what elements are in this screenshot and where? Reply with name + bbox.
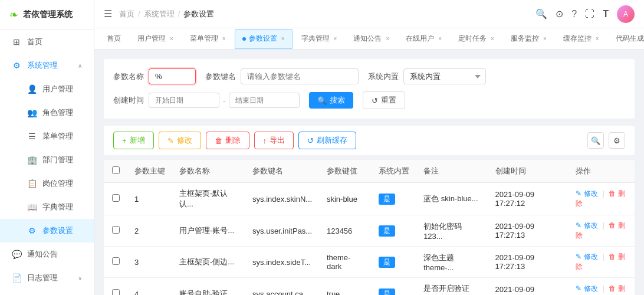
- fullscreen-icon[interactable]: ⛶: [585, 9, 594, 19]
- row-checkbox-cell: [104, 215, 127, 247]
- tab-menu[interactable]: 菜单管理 ×: [182, 29, 234, 49]
- user-avatar[interactable]: A: [617, 5, 635, 23]
- delete-button[interactable]: 🗑 删除: [206, 132, 249, 149]
- breadcrumb-home[interactable]: 首页: [119, 9, 134, 19]
- edit-action[interactable]: ✎ 修改: [576, 189, 597, 198]
- tab-close-icon[interactable]: ×: [596, 35, 599, 42]
- sidebar-item-label: 部门管理: [42, 155, 73, 165]
- table-settings-btn[interactable]: ⚙: [609, 132, 625, 149]
- cell-created: 2021-09-09 17:27:13: [488, 215, 569, 247]
- sidebar-item-user[interactable]: 👤 用户管理: [0, 77, 94, 101]
- github-icon[interactable]: ⊙: [556, 8, 563, 19]
- date-end-input[interactable]: [229, 93, 300, 108]
- cell-created: 2021-09-09 17:27:12: [488, 183, 569, 215]
- edit-action[interactable]: ✎ 修改: [576, 221, 597, 230]
- param-key-input[interactable]: [241, 68, 359, 84]
- export-button[interactable]: ↑ 导出: [254, 132, 294, 149]
- col-remark: 备注: [416, 160, 488, 183]
- tab-label: 菜单管理: [190, 34, 218, 44]
- sync-icon: ↺: [307, 136, 314, 145]
- edit-action[interactable]: ✎ 修改: [576, 253, 597, 261]
- reset-button[interactable]: ↺ 重置: [363, 91, 405, 109]
- tab-cron[interactable]: 定时任务 ×: [451, 29, 502, 49]
- tabs-bar: 首页 用户管理 × 菜单管理 × 参数设置 × 字典管理 × 通知公告 × 在线…: [94, 28, 644, 50]
- tab-cache[interactable]: 缓存监控 ×: [556, 29, 607, 49]
- tab-close-icon[interactable]: ×: [543, 35, 547, 42]
- row-checkbox[interactable]: [112, 194, 120, 202]
- tab-close-icon[interactable]: ×: [438, 35, 442, 42]
- edit-button[interactable]: ✎ 修改: [159, 132, 201, 149]
- chevron-down-icon: ∨: [78, 275, 82, 281]
- date-start-input[interactable]: [149, 93, 219, 108]
- tab-label: 用户管理: [137, 34, 166, 44]
- col-internal: 系统内置: [372, 160, 416, 183]
- row-checkbox[interactable]: [112, 257, 120, 265]
- edit-action[interactable]: ✎ 修改: [576, 284, 597, 293]
- sync-button[interactable]: ↺ 刷新缓存: [298, 132, 356, 149]
- tab-service[interactable]: 服务监控 ×: [503, 29, 554, 49]
- font-icon[interactable]: T: [603, 9, 609, 19]
- tab-label: 代码生成: [616, 34, 644, 44]
- sidebar-item-post[interactable]: 📋 岗位管理: [0, 172, 94, 195]
- breadcrumb-sys[interactable]: 系统管理: [144, 9, 175, 19]
- cell-value: skin-blue: [320, 183, 372, 215]
- tab-dict[interactable]: 字典管理 ×: [294, 29, 345, 49]
- tab-close-icon[interactable]: ×: [222, 35, 226, 42]
- tab-params[interactable]: 参数设置 ×: [235, 29, 293, 49]
- action-sep: |: [602, 189, 604, 198]
- tab-home[interactable]: 首页: [99, 29, 129, 49]
- cell-key: sys.index.sideT...: [245, 247, 320, 278]
- help-icon[interactable]: ?: [571, 9, 577, 19]
- home-icon: ⊞: [12, 37, 21, 47]
- sidebar-item-home[interactable]: ⊞ 首页: [0, 30, 94, 54]
- row-checkbox[interactable]: [112, 289, 120, 295]
- sidebar-item-log[interactable]: 📄 日志管理 ∨: [0, 266, 94, 290]
- sidebar-item-dept[interactable]: 🏢 部门管理: [0, 148, 94, 172]
- search-button[interactable]: 🔍 搜索: [309, 92, 353, 109]
- content-area: 参数名称 参数键名 系统内置 系统内置 否 创建时间: [94, 50, 644, 295]
- search-icon[interactable]: 🔍: [535, 8, 547, 19]
- sidebar-item-params[interactable]: ⚙ 参数设置: [0, 219, 94, 242]
- tab-notice[interactable]: 通知公告 ×: [346, 29, 397, 49]
- cell-name: 主框架页-默认认...: [172, 183, 245, 215]
- export-btn-label: 导出: [270, 135, 285, 146]
- hamburger-menu-icon[interactable]: ☰: [104, 8, 112, 19]
- tab-close-icon[interactable]: ×: [170, 35, 173, 42]
- row-checkbox[interactable]: [112, 226, 120, 234]
- table-search-btn[interactable]: 🔍: [587, 132, 604, 149]
- tab-user[interactable]: 用户管理 ×: [130, 29, 181, 49]
- search-form: 参数名称 参数键名 系统内置 系统内置 否 创建时间: [104, 59, 635, 119]
- sidebar-item-monitor[interactable]: 📊 系统监控 ∨: [0, 290, 94, 295]
- sys-internal-label: 系统内置: [368, 71, 399, 82]
- sidebar-item-label: 字典管理: [42, 202, 73, 212]
- sidebar-item-menu[interactable]: ☰ 菜单管理: [0, 124, 94, 148]
- log-icon: 📄: [12, 273, 21, 283]
- tab-codegen[interactable]: 代码生成 ×: [608, 29, 644, 49]
- add-button[interactable]: + 新增: [113, 132, 154, 149]
- cell-remark: 蓝色 skin-blue...: [416, 183, 488, 215]
- cell-name: 账号自助-验证...: [172, 278, 245, 296]
- param-name-input[interactable]: [149, 68, 196, 84]
- dict-icon: 📖: [27, 202, 37, 212]
- sidebar-item-sys[interactable]: ⚙ 系统管理 ∧: [0, 54, 94, 77]
- sync-btn-label: 刷新缓存: [317, 135, 347, 146]
- tab-online[interactable]: 在线用户 ×: [398, 29, 449, 49]
- cell-value: theme-dark: [320, 247, 372, 278]
- sidebar-item-role[interactable]: 👥 角色管理: [0, 101, 94, 124]
- reset-btn-label: 重置: [381, 95, 396, 106]
- sidebar-item-dict[interactable]: 📖 字典管理: [0, 195, 94, 219]
- sidebar-item-label: 岗位管理: [42, 178, 73, 189]
- col-key: 参数键名: [245, 160, 320, 183]
- tab-close-icon[interactable]: ×: [281, 35, 285, 42]
- sys-internal-select[interactable]: 系统内置 否: [403, 68, 486, 84]
- tab-label: 通知公告: [353, 34, 382, 44]
- tab-close-icon[interactable]: ×: [386, 35, 389, 42]
- select-all-checkbox[interactable]: [112, 166, 120, 174]
- row-checkbox-cell: [104, 247, 127, 278]
- sidebar: ❧ 若依管理系统 ⊞ 首页 ⚙ 系统管理 ∧ 👤 用户管理 👥 角色管理 ☰ 菜…: [0, 0, 94, 295]
- tab-close-icon[interactable]: ×: [334, 35, 337, 42]
- edit-btn-label: 修改: [177, 135, 192, 146]
- sidebar-item-notice[interactable]: 💬 通知公告: [0, 242, 94, 266]
- sidebar-item-label: 参数设置: [42, 225, 73, 236]
- tab-close-icon[interactable]: ×: [491, 35, 494, 42]
